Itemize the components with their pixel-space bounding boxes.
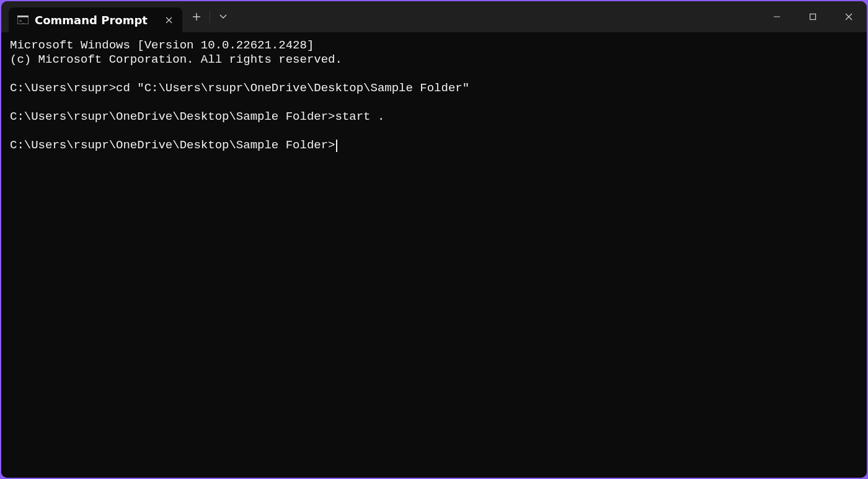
new-tab-button[interactable] — [186, 6, 207, 27]
tab-separator — [210, 11, 210, 23]
svg-text:>_: >_ — [19, 19, 25, 24]
maximize-button[interactable] — [795, 1, 831, 32]
titlebar-drag-region[interactable] — [234, 1, 759, 32]
terminal-line: C:\Users\rsupr\OneDrive\Desktop\Sample F… — [10, 138, 858, 153]
terminal-line — [10, 96, 858, 110]
text-cursor — [336, 140, 337, 152]
window-controls — [759, 1, 867, 32]
terminal-line: Microsoft Windows [Version 10.0.22621.24… — [10, 38, 858, 53]
tab-command-prompt[interactable]: >_ Command Prompt — [9, 7, 182, 32]
new-tab-area — [182, 1, 234, 32]
svg-rect-8 — [810, 14, 816, 20]
terminal-window: >_ Command Prompt — [1, 1, 867, 478]
tab-title: Command Prompt — [35, 14, 156, 27]
svg-rect-1 — [17, 16, 29, 17]
command-prompt-icon: >_ — [17, 16, 29, 24]
terminal-output[interactable]: Microsoft Windows [Version 10.0.22621.24… — [1, 32, 867, 478]
terminal-line: (c) Microsoft Corporation. All rights re… — [10, 53, 858, 67]
plus-icon — [192, 12, 201, 21]
maximize-icon — [809, 13, 817, 20]
tab-dropdown-button[interactable] — [213, 6, 234, 27]
minimize-icon — [773, 13, 781, 20]
titlebar[interactable]: >_ Command Prompt — [1, 1, 867, 32]
terminal-line: C:\Users\rsupr\OneDrive\Desktop\Sample F… — [10, 110, 858, 124]
terminal-line: C:\Users\rsupr>cd "C:\Users\rsupr\OneDri… — [10, 81, 858, 96]
tabs-region: >_ Command Prompt — [1, 1, 182, 32]
terminal-line — [10, 124, 858, 138]
chevron-down-icon — [219, 14, 227, 19]
close-window-button[interactable] — [831, 1, 867, 32]
terminal-line — [10, 67, 858, 81]
close-icon — [845, 13, 852, 20]
close-icon — [166, 17, 172, 24]
tab-close-button[interactable] — [162, 14, 175, 26]
minimize-button[interactable] — [759, 1, 795, 32]
